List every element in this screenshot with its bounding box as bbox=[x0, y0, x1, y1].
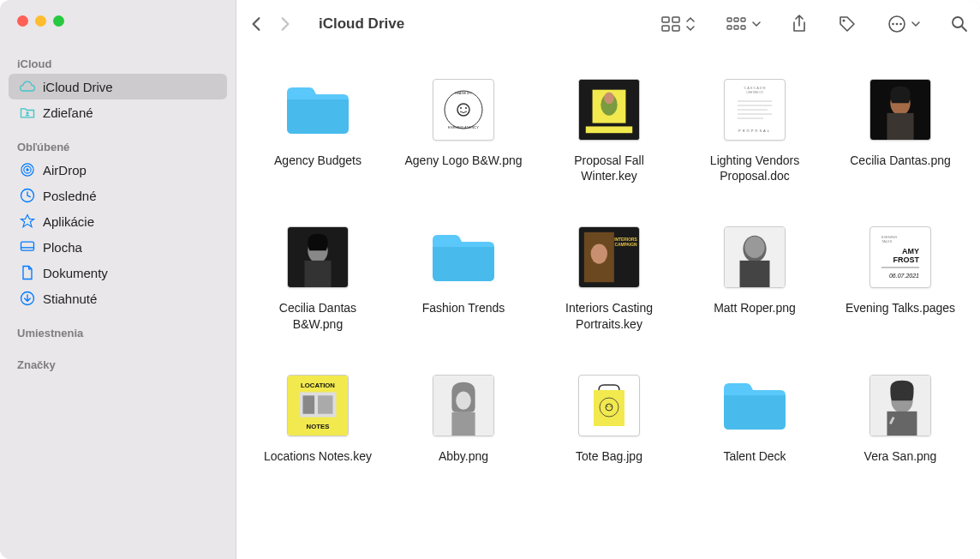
sidebar-item-label: iCloud Drive bbox=[43, 80, 113, 94]
sidebar-item-icloud-drive[interactable]: iCloud Drive bbox=[9, 74, 227, 99]
view-mode-button[interactable] bbox=[661, 16, 696, 32]
folder-icon bbox=[427, 221, 499, 293]
file-item-label: Locations Notes.key bbox=[264, 448, 372, 464]
file-item[interactable]: Agency Budgets bbox=[254, 74, 382, 183]
back-button[interactable] bbox=[250, 16, 262, 32]
svg-point-18 bbox=[843, 20, 846, 22]
svg-point-73 bbox=[456, 391, 471, 409]
file-item[interactable]: Cecilia Dantas.png bbox=[836, 74, 965, 183]
svg-rect-75 bbox=[594, 390, 624, 426]
close-window-button[interactable] bbox=[17, 15, 28, 27]
file-item-label: Abby.png bbox=[439, 448, 488, 464]
sidebar-section-header[interactable]: Obľúbené bbox=[0, 137, 236, 157]
svg-text:LOCATION: LOCATION bbox=[301, 381, 335, 388]
sidebar-item-posledné[interactable]: Posledné bbox=[9, 183, 227, 208]
search-button[interactable] bbox=[951, 15, 968, 33]
finder-window: iCloudiCloud DriveZdieľanéObľúbenéAirDro… bbox=[0, 0, 980, 559]
svg-text:EVENING AGENCY: EVENING AGENCY bbox=[448, 125, 479, 129]
window-title: iCloud Drive bbox=[319, 15, 404, 33]
group-button[interactable] bbox=[726, 16, 761, 32]
svg-point-0 bbox=[27, 111, 29, 114]
svg-rect-9 bbox=[672, 17, 679, 22]
svg-rect-5 bbox=[21, 242, 34, 250]
sidebar-section-header[interactable]: Značky bbox=[0, 355, 236, 375]
file-item-label: Fashion Trends bbox=[422, 300, 505, 316]
svg-text:AMY: AMY bbox=[902, 247, 919, 255]
file-item[interactable]: Matt Roper.png bbox=[690, 221, 819, 331]
svg-point-28 bbox=[465, 107, 467, 109]
sidebar-section-header[interactable]: iCloud bbox=[0, 54, 236, 74]
file-item-label: Cecilia Dantas.png bbox=[850, 153, 951, 168]
file-item[interactable]: INTERIORSCAMPAIGNInteriors Casting Portr… bbox=[545, 221, 673, 331]
file-item-label: Ageny Logo B&W.png bbox=[405, 153, 523, 168]
svg-rect-8 bbox=[662, 17, 669, 22]
file-item[interactable]: Cecilia Dantas B&W.png bbox=[254, 221, 382, 331]
sidebar-item-label: Zdieľané bbox=[43, 105, 93, 120]
svg-point-22 bbox=[899, 23, 902, 26]
svg-point-57 bbox=[744, 237, 764, 258]
sidebar-item-dokumenty[interactable]: Dokumenty bbox=[9, 260, 227, 286]
svg-rect-74 bbox=[451, 412, 475, 436]
svg-point-34 bbox=[604, 93, 614, 105]
svg-point-23 bbox=[953, 17, 963, 27]
file-item[interactable]: Vera San.png bbox=[836, 370, 965, 464]
svg-rect-17 bbox=[741, 26, 745, 29]
svg-point-79 bbox=[610, 406, 611, 406]
sidebar-section-header[interactable]: Umiestnenia bbox=[0, 323, 236, 343]
toolbar: iCloud Drive bbox=[236, 0, 980, 48]
file-item[interactable]: IMAGE BYEVENING AGENCYAgeny Logo B&W.png bbox=[399, 74, 528, 183]
cloud-icon bbox=[19, 78, 36, 95]
folder-icon bbox=[282, 74, 354, 146]
svg-point-78 bbox=[607, 406, 607, 406]
svg-text:PROPOSAL: PROPOSAL bbox=[738, 129, 771, 133]
fullscreen-window-button[interactable] bbox=[53, 15, 64, 27]
file-item-label: Tote Bag.jpg bbox=[576, 448, 642, 464]
file-item-label: Cecilia Dantas B&W.png bbox=[254, 300, 382, 331]
svg-point-20 bbox=[892, 23, 894, 26]
file-item[interactable]: C A S C A D ELIGHTING COPROPOSALLighting… bbox=[690, 74, 819, 183]
sidebar-item-aplikácie[interactable]: Aplikácie bbox=[9, 208, 227, 234]
file-item[interactable]: LOCATIONNOTESLocations Notes.key bbox=[254, 370, 382, 464]
minimize-window-button[interactable] bbox=[35, 15, 46, 27]
forward-button[interactable] bbox=[279, 16, 291, 32]
file-thumbnail-icon: C A S C A D ELIGHTING COPROPOSAL bbox=[719, 74, 791, 146]
file-item-label: Vera San.png bbox=[864, 448, 937, 464]
file-thumbnail-icon bbox=[573, 370, 645, 442]
file-item-label: Matt Roper.png bbox=[714, 300, 796, 316]
file-thumbnail-icon bbox=[427, 370, 499, 442]
svg-text:C A S C A D E: C A S C A D E bbox=[744, 86, 765, 90]
file-item-label: Lighting Vendors Proposal.doc bbox=[690, 153, 819, 183]
tag-button[interactable] bbox=[838, 15, 857, 33]
svg-rect-35 bbox=[586, 126, 632, 133]
folder-icon bbox=[719, 370, 791, 442]
svg-text:TALKS: TALKS bbox=[881, 239, 893, 243]
downloads-icon bbox=[19, 290, 36, 307]
file-item[interactable]: Fashion Trends bbox=[399, 221, 528, 331]
file-item[interactable]: Proposal Fall Winter.key bbox=[545, 74, 673, 183]
file-thumbnail-icon bbox=[864, 74, 936, 146]
file-item[interactable]: Talent Deck bbox=[690, 370, 819, 464]
sidebar: iCloudiCloud DriveZdieľanéObľúbenéAirDro… bbox=[0, 0, 236, 559]
svg-rect-10 bbox=[662, 26, 669, 31]
svg-rect-12 bbox=[727, 18, 732, 21]
more-button[interactable] bbox=[887, 15, 920, 33]
file-thumbnail-icon bbox=[719, 221, 791, 293]
main-area: iCloud Drive bbox=[236, 0, 980, 559]
recents-icon bbox=[19, 187, 36, 204]
file-thumbnail-icon: IMAGE BYEVENING AGENCY bbox=[427, 74, 499, 146]
svg-point-25 bbox=[445, 91, 482, 129]
svg-point-27 bbox=[460, 107, 462, 109]
sidebar-item-zdieľané[interactable]: Zdieľané bbox=[9, 99, 227, 125]
sidebar-item-label: Stiahnuté bbox=[43, 292, 97, 306]
share-button[interactable] bbox=[792, 15, 807, 33]
svg-rect-13 bbox=[734, 18, 738, 21]
svg-point-26 bbox=[457, 104, 469, 116]
svg-point-52 bbox=[591, 244, 607, 264]
sidebar-item-stiahnuté[interactable]: Stiahnuté bbox=[9, 286, 227, 311]
file-item[interactable]: Abby.png bbox=[399, 370, 528, 464]
sidebar-item-airdrop[interactable]: AirDrop bbox=[9, 157, 227, 183]
file-item[interactable]: Tote Bag.jpg bbox=[545, 370, 673, 464]
sidebar-item-plocha[interactable]: Plocha bbox=[9, 234, 227, 260]
svg-text:NOTES: NOTES bbox=[307, 423, 330, 430]
file-item[interactable]: EVENINGTALKSAMYFROST06.07.2021Evening Ta… bbox=[836, 221, 965, 331]
